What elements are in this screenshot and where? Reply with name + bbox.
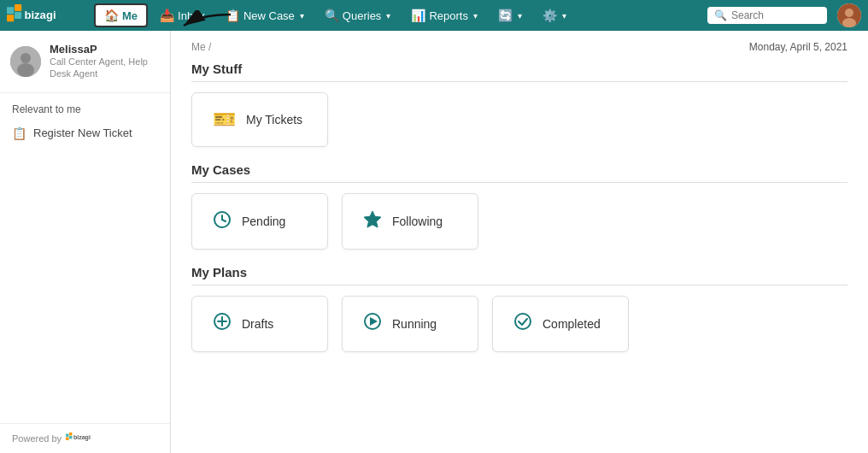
svg-marker-20 xyxy=(364,211,381,227)
drafts-label: Drafts xyxy=(242,317,273,331)
svg-rect-15 xyxy=(69,436,73,439)
running-card[interactable]: Running xyxy=(342,296,478,352)
svg-rect-2 xyxy=(7,15,14,21)
nav-reports-label: Reports xyxy=(429,9,468,22)
running-label: Running xyxy=(392,317,437,331)
nav-settings[interactable]: ⚙️ ▾ xyxy=(534,5,575,26)
date-label: Monday, April 5, 2021 xyxy=(749,41,847,53)
register-ticket-label: Register New Ticket xyxy=(33,126,132,139)
new-case-caret: ▾ xyxy=(300,11,304,21)
svg-rect-12 xyxy=(66,434,69,438)
svg-rect-0 xyxy=(7,7,14,14)
my-tickets-icon: 🎫 xyxy=(213,109,236,131)
svg-text:bizagi: bizagi xyxy=(24,9,56,21)
my-cases-divider xyxy=(191,182,847,183)
nav-me[interactable]: 🏠 Me xyxy=(94,3,148,27)
nav-inbox-label: Inbox xyxy=(178,9,205,22)
nav-new-case-label: New Case xyxy=(243,9,295,22)
nav-queries-label: Queries xyxy=(343,9,382,22)
search-icon: 🔍 xyxy=(714,9,727,21)
svg-rect-13 xyxy=(69,432,73,436)
inbox-icon: 📥 xyxy=(160,9,174,22)
breadcrumb: Me / xyxy=(191,41,211,53)
svg-point-10 xyxy=(21,53,31,63)
svg-point-6 xyxy=(845,9,853,17)
search-box[interactable]: 🔍 xyxy=(707,7,827,24)
reports-caret: ▾ xyxy=(473,11,478,21)
my-plans-divider xyxy=(191,285,847,285)
my-tickets-card[interactable]: 🎫 My Tickets xyxy=(191,92,328,147)
clock-caret: ▾ xyxy=(518,11,522,21)
my-stuff-cards: 🎫 My Tickets xyxy=(191,92,847,147)
sidebar-powered-by: Powered by bizagi xyxy=(0,423,170,453)
sidebar-user: MelissaP Call Center Agent, Help Desk Ag… xyxy=(0,31,170,93)
my-stuff-heading: My Stuff xyxy=(191,62,847,76)
drafts-icon xyxy=(213,312,232,336)
user-role: Call Center Agent, Help Desk Agent xyxy=(50,56,160,80)
nav-new-case[interactable]: 📋 New Case ▾ xyxy=(217,5,313,26)
my-plans-heading: My Plans xyxy=(191,265,847,279)
nav-queries[interactable]: 🔍 Queries ▾ xyxy=(316,5,400,26)
completed-card[interactable]: Completed xyxy=(492,296,629,352)
svg-point-26 xyxy=(515,314,531,329)
user-name: MelissaP xyxy=(50,43,160,56)
svg-line-19 xyxy=(222,220,226,221)
my-cases-cards: Pending Following xyxy=(191,193,847,250)
nav-me-label: Me xyxy=(122,9,138,22)
register-ticket-icon: 📋 xyxy=(12,126,26,140)
topnav: bizagi 🏠 Me 📥 Inbox 📋 New Case ▾ 🔍 Queri… xyxy=(0,0,868,31)
logo: bizagi xyxy=(7,3,84,27)
user-info: MelissaP Call Center Agent, Help Desk Ag… xyxy=(50,43,160,80)
nav-inbox[interactable]: 📥 Inbox xyxy=(151,5,214,26)
settings-icon: ⚙️ xyxy=(542,9,557,22)
home-icon: 🏠 xyxy=(104,9,119,22)
search-input[interactable] xyxy=(731,9,820,21)
settings-caret: ▾ xyxy=(562,11,566,21)
svg-point-11 xyxy=(17,63,34,77)
svg-rect-1 xyxy=(15,4,21,11)
breadcrumb-row: Me / Monday, April 5, 2021 xyxy=(191,41,847,53)
following-card[interactable]: Following xyxy=(342,193,478,250)
completed-label: Completed xyxy=(542,317,601,331)
content-area: Me / Monday, April 5, 2021 My Stuff 🎫 My… xyxy=(171,31,868,453)
my-tickets-label: My Tickets xyxy=(246,113,302,126)
sidebar: MelissaP Call Center Agent, Help Desk Ag… xyxy=(0,31,171,453)
sidebar-item-register-ticket[interactable]: 📋 Register New Ticket xyxy=(0,121,170,146)
reports-icon: 📊 xyxy=(411,9,425,22)
relevant-to-me-title: Relevant to me xyxy=(0,93,170,121)
new-case-icon: 📋 xyxy=(226,9,240,22)
queries-caret: ▾ xyxy=(386,11,390,21)
powered-by-text: Powered by xyxy=(12,433,62,444)
user-avatar-sidebar xyxy=(10,46,41,77)
completed-icon xyxy=(513,312,532,336)
running-icon xyxy=(363,312,382,336)
my-stuff-divider xyxy=(191,81,847,82)
user-avatar-nav[interactable] xyxy=(837,3,861,27)
clock-icon: 🔄 xyxy=(498,9,513,22)
queries-icon: 🔍 xyxy=(325,9,339,22)
my-plans-cards: Drafts Running xyxy=(191,296,847,352)
svg-rect-14 xyxy=(66,438,69,441)
nav-clock[interactable]: 🔄 ▾ xyxy=(490,5,531,26)
my-cases-heading: My Cases xyxy=(191,162,847,177)
svg-text:bizagi: bizagi xyxy=(73,434,91,441)
svg-rect-3 xyxy=(15,12,21,19)
following-label: Following xyxy=(392,215,443,228)
svg-marker-25 xyxy=(370,317,378,326)
pending-label: Pending xyxy=(242,215,285,228)
drafts-card[interactable]: Drafts xyxy=(191,296,328,352)
following-icon xyxy=(363,209,382,233)
nav-reports[interactable]: 📊 Reports ▾ xyxy=(402,5,486,26)
pending-icon xyxy=(213,210,232,233)
pending-card[interactable]: Pending xyxy=(191,193,328,250)
